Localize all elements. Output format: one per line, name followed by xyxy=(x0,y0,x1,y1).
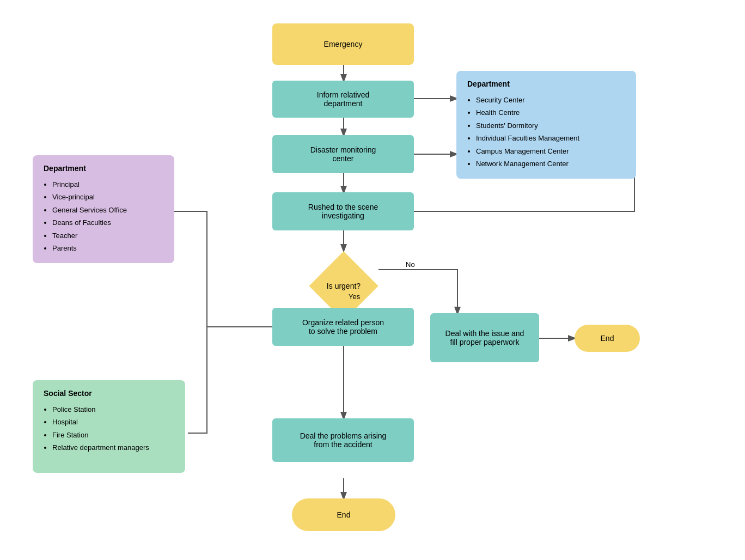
list-item: Deans of Faculties xyxy=(52,216,163,229)
social-sector-box: Social Sector Police Station Hospital Fi… xyxy=(33,380,185,473)
end1-box: End xyxy=(292,498,395,531)
no-label: No xyxy=(406,260,415,269)
rushed-box: Rushed to the sceneinvestigating xyxy=(272,192,414,230)
end1-label: End xyxy=(337,510,351,519)
list-item: General Services Office xyxy=(52,204,163,216)
blue-dept-box: Department Security Center Health Centre… xyxy=(456,71,636,179)
list-item: Security Center xyxy=(476,94,625,106)
rushed-label: Rushed to the sceneinvestigating xyxy=(308,203,378,220)
end2-label: End xyxy=(601,334,614,343)
list-item: Students' Dormitory xyxy=(476,119,625,132)
social-sector-title: Social Sector xyxy=(44,389,174,398)
list-item: Network Management Center xyxy=(476,157,625,170)
end2-box: End xyxy=(575,325,640,352)
disaster-label: Disaster monitoringcenter xyxy=(310,145,376,163)
purple-dept-title: Department xyxy=(44,164,163,173)
list-item: Vice-principal xyxy=(52,191,163,203)
list-item: Teacher xyxy=(52,229,163,242)
list-item: Health Centre xyxy=(476,106,625,119)
list-item: Relative department managers xyxy=(52,441,174,454)
emergency-box: Emergency xyxy=(272,23,414,65)
emergency-label: Emergency xyxy=(324,40,363,48)
deal-issue-label: Deal with the issue andfill proper paper… xyxy=(445,329,524,346)
purple-dept-list: Principal Vice-principal General Service… xyxy=(44,178,163,254)
organize-box: Organize related personto solve the prob… xyxy=(272,308,414,346)
deal-accident-box: Deal the problems arisingfrom the accide… xyxy=(272,418,414,462)
list-item: Police Station xyxy=(52,403,174,416)
yes-label: Yes xyxy=(349,293,360,301)
deal-issue-box: Deal with the issue andfill proper paper… xyxy=(430,313,539,362)
list-item: Hospital xyxy=(52,416,174,428)
blue-dept-title: Department xyxy=(467,80,625,88)
disaster-box: Disaster monitoringcenter xyxy=(272,135,414,173)
blue-dept-list: Security Center Health Centre Students' … xyxy=(467,94,625,170)
flowchart: Emergency Inform relativeddepartment Dis… xyxy=(0,0,745,560)
list-item: Campus Management Center xyxy=(476,145,625,157)
purple-dept-box: Department Principal Vice-principal Gene… xyxy=(33,155,174,263)
social-sector-list: Police Station Hospital Fire Station Rel… xyxy=(44,403,174,454)
inform-box: Inform relativeddepartment xyxy=(272,81,414,118)
list-item: Principal xyxy=(52,178,163,191)
inform-label: Inform relativeddepartment xyxy=(317,90,369,108)
list-item: Fire Station xyxy=(52,429,174,441)
list-item: Individual Faculties Management xyxy=(476,132,625,144)
deal-accident-label: Deal the problems arisingfrom the accide… xyxy=(300,431,387,449)
list-item: Parents xyxy=(52,242,163,254)
organize-label: Organize related personto solve the prob… xyxy=(302,318,384,336)
